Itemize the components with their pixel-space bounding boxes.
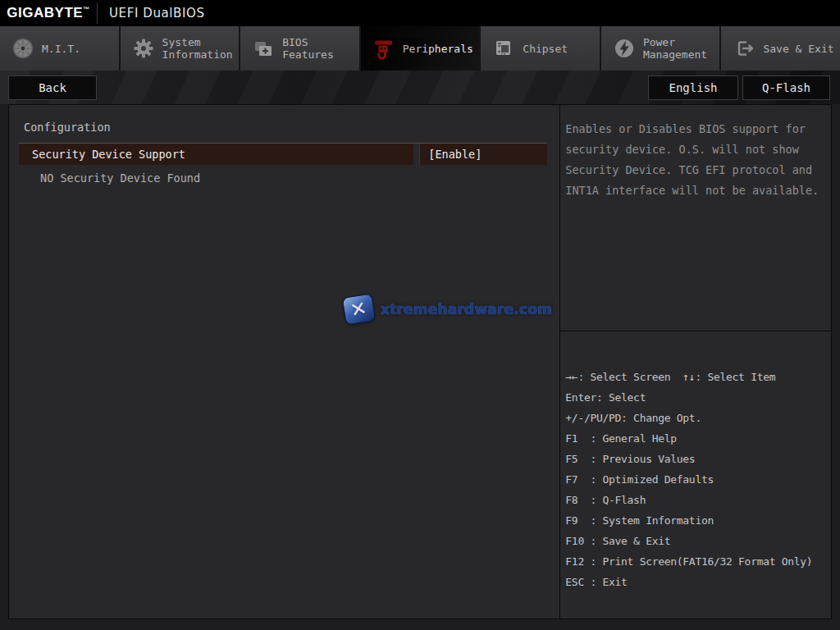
help-panel: Enables or Disables BIOS support for sec… [559,105,831,619]
chip-icon [491,36,516,61]
tab-mit[interactable]: M.I.T. [0,26,119,71]
tab-label: Peripherals [403,43,473,55]
help-line: security device. O.S. will not show [565,139,828,160]
legend-line: ESC : Exit [565,572,829,592]
bios-screen: GIGABYTE™ UEFI DualBIOS M.I.T. System In… [0,0,840,630]
sub-toolbar: Back English Q-Flash [0,71,840,104]
topbar-divider [97,2,98,24]
qflash-button[interactable]: Q-Flash [742,75,830,100]
cell-gap [413,144,419,165]
tab-peripherals[interactable]: Peripherals [361,26,480,71]
tab-label: BIOS Features [282,36,334,61]
watermark-x-icon: ✕ [342,293,377,325]
tab-save-exit[interactable]: Save & Exit [721,26,840,71]
uefi-title: UEFI DualBIOS [109,6,205,21]
tab-system-information[interactable]: System Information [121,26,240,71]
tab-chipset[interactable]: Chipset [481,26,600,71]
setting-row-security-device-support[interactable]: Security Device Support [Enable] [19,143,547,165]
help-line: INT1A interface will not be available. [565,180,828,201]
top-bar: GIGABYTE™ UEFI DualBIOS [0,0,840,26]
tab-label: Save & Exit [763,43,833,55]
tab-label: Power Management [643,36,707,61]
legend-line: F8 : Q-Flash [565,490,829,510]
setting-label: Security Device Support [19,144,413,165]
legend-line: F12 : Print Screen(FAT16/32 Format Only) [565,551,829,572]
watermark-text: xtremehardware.com [381,301,552,317]
tab-bar: M.I.T. System Information BIOS Features … [0,26,840,71]
legend-line: →←: Select Screen ↑↓: Select Item [565,367,829,387]
tab-bios-features[interactable]: BIOS Features [240,26,359,71]
legend-line: F7 : Optimized Defaults [565,469,829,490]
watermark: ✕ xtremehardware.com [344,295,552,323]
setting-value[interactable]: [Enable] [419,144,547,165]
legend-line: F9 : System Information [565,510,829,531]
folder-plus-icon [251,36,276,61]
item-help-text: Enables or Disables BIOS support for sec… [560,105,831,331]
tab-label: Chipset [523,43,568,55]
tab-label: System Information [162,36,233,61]
tab-power-management[interactable]: Power Management [601,26,720,71]
peripheral-icon [372,36,396,61]
tab-label: M.I.T. [42,43,80,55]
bottom-strip [0,619,840,630]
section-title: Configuration [24,119,559,135]
help-line: Security Device. TCG EFI protocol and [565,160,828,180]
legend-line: Enter: Select [565,387,829,408]
key-legend: →←: Select Screen ↑↓: Select Item Enter:… [560,331,831,592]
content-area: Configuration Security Device Support [E… [8,104,832,619]
lightning-icon [612,36,637,61]
dial-icon [11,36,35,61]
back-button[interactable]: Back [8,75,97,100]
legend-line: F1 : General Help [565,428,829,449]
device-status-note: NO Security Device Found [40,170,559,186]
legend-line: +/-/PU/PD: Change Opt. [565,408,829,428]
legend-line: F10 : Save & Exit [565,531,829,551]
gear-icon [131,36,156,61]
gigabyte-logo: GIGABYTE™ [0,5,97,21]
settings-panel: Configuration Security Device Support [E… [9,105,559,619]
help-line: Enables or Disables BIOS support for [565,119,828,139]
exit-door-icon [732,36,756,61]
legend-line: F5 : Previous Values [565,449,829,469]
language-button[interactable]: English [648,75,738,100]
trademark-mark: ™ [83,6,90,13]
